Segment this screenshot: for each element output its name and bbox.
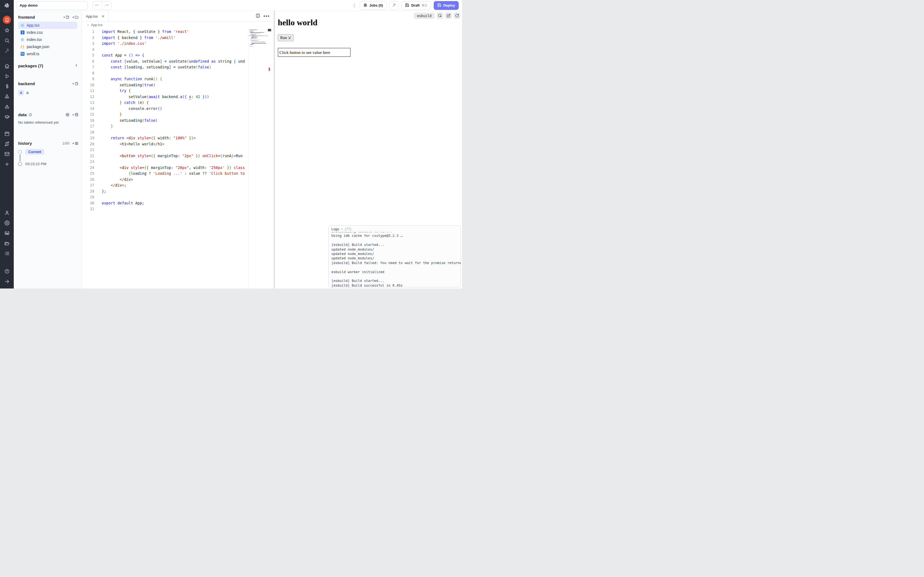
undo-redo-group bbox=[92, 1, 111, 10]
refresh-button[interactable] bbox=[454, 12, 460, 19]
editor-tab-actions: ••• bbox=[256, 13, 274, 19]
help-circle-icon[interactable] bbox=[4, 268, 10, 274]
boxes-icon[interactable] bbox=[4, 93, 10, 100]
bug-icon bbox=[363, 3, 367, 8]
braces-file-icon: {} bbox=[20, 45, 24, 49]
file-item-index.css[interactable]: 3index.css bbox=[18, 29, 77, 36]
code-line-1: 1import React, { useState } from 'react' bbox=[82, 29, 248, 35]
add-snapshot-button[interactable]: + bbox=[72, 141, 78, 145]
log-line bbox=[331, 265, 460, 269]
log-line: updated node_modules/ bbox=[331, 256, 460, 261]
data-settings-button[interactable] bbox=[66, 113, 69, 116]
undo-button[interactable] bbox=[93, 2, 102, 9]
top-bar: ⋮ Jobs (0) Draft ⌘S Deploy bbox=[14, 0, 462, 11]
history-current[interactable]: Current bbox=[25, 149, 44, 155]
logs-panel[interactable]: Logs (77) Initializing esbuild worker...… bbox=[328, 225, 461, 287]
close-tab-icon[interactable]: ✕ bbox=[102, 14, 105, 18]
history-timeline: Current 03:23:22 PM bbox=[18, 149, 78, 166]
preview-heading: hello world bbox=[278, 18, 462, 27]
log-line bbox=[331, 274, 460, 279]
logs-title[interactable]: Logs bbox=[331, 227, 339, 231]
list-icon[interactable] bbox=[4, 250, 10, 256]
file-item-wmill.ts[interactable]: TSwmill.ts bbox=[18, 50, 77, 57]
scrollbar-thumb[interactable] bbox=[268, 29, 271, 31]
code-line-25: 25 {loading ? 'Loading ...' : value ?? '… bbox=[82, 171, 248, 177]
settings-icon[interactable] bbox=[4, 220, 10, 226]
breadcrumb[interactable]: App.tsx bbox=[82, 22, 274, 28]
apps-icon[interactable] bbox=[3, 16, 11, 24]
code-line-28: 28}; bbox=[82, 189, 248, 195]
star-icon[interactable] bbox=[4, 27, 10, 33]
split-pane-icon[interactable] bbox=[256, 13, 260, 19]
search-icon[interactable] bbox=[4, 37, 10, 44]
calendar-icon[interactable] bbox=[4, 131, 10, 137]
windmill-logo-icon[interactable] bbox=[0, 0, 14, 11]
route-icon[interactable] bbox=[4, 141, 10, 147]
arrow-right-icon[interactable] bbox=[4, 278, 10, 284]
magic-wand-icon[interactable] bbox=[4, 48, 10, 53]
code-line-20: 20 <h1>hello world</h1> bbox=[82, 141, 248, 147]
code-line-24: 24 <div style={{ marginTop: "20px", widt… bbox=[82, 165, 248, 171]
log-line: updated node_modules/ bbox=[331, 247, 460, 252]
packages-row[interactable]: packages (7) bbox=[18, 63, 78, 68]
open-external-button[interactable] bbox=[445, 12, 452, 19]
file-item-index.tsx[interactable]: index.tsx bbox=[18, 36, 77, 43]
add-backend-script-button[interactable]: + bbox=[72, 82, 78, 86]
user-icon[interactable] bbox=[4, 210, 10, 216]
more-menu-icon[interactable]: ⋮ bbox=[352, 3, 356, 7]
add-table-button[interactable]: + bbox=[72, 113, 78, 117]
home-icon[interactable] bbox=[4, 63, 10, 69]
editor-more-icon[interactable]: ••• bbox=[263, 14, 270, 19]
code-line-13: 13 } catch (e) { bbox=[82, 100, 248, 106]
code-line-17: 17 } bbox=[82, 123, 248, 129]
file-item-package.json[interactable]: {}package.json bbox=[18, 43, 77, 50]
frontend-section-header: frontend + + bbox=[18, 15, 78, 19]
code-line-21: 21 bbox=[82, 147, 248, 153]
backend-title: backend bbox=[18, 81, 35, 86]
dollar-sign-icon[interactable] bbox=[4, 83, 10, 89]
ai-wand-button[interactable] bbox=[389, 1, 399, 10]
logs-output[interactable]: Initializing esbuild worker...Using idb … bbox=[331, 229, 460, 287]
code-line-5: 5const App = () => { bbox=[82, 53, 248, 58]
code-line-16: 16 setLoading(false) bbox=[82, 118, 248, 124]
code-line-10: 10 setLoading(true) bbox=[82, 82, 248, 88]
tab-app-tsx[interactable]: App.tsx ✕ bbox=[82, 11, 108, 21]
history-counter: 1/50 bbox=[62, 141, 69, 145]
code-line-29: 29 bbox=[82, 194, 248, 200]
code-line-22: 22 <button style={{ marginTop: "2px" }} … bbox=[82, 153, 248, 159]
history-timestamp[interactable]: 03:23:22 PM bbox=[25, 162, 47, 166]
monaco-editor[interactable]: 1import React, { useState } from 'react'… bbox=[82, 28, 274, 288]
code-line-12: 12 setValue(await backend.a({ x: 42 })) bbox=[82, 94, 248, 100]
minimap[interactable] bbox=[248, 29, 268, 288]
file-item-App.tsx[interactable]: App.tsx bbox=[18, 22, 77, 29]
file-label: index.tsx bbox=[27, 37, 42, 42]
inspect-element-button[interactable] bbox=[437, 12, 443, 19]
app-name-input[interactable] bbox=[16, 1, 88, 10]
add-file-button[interactable]: + bbox=[63, 15, 69, 19]
plus-icon[interactable] bbox=[4, 161, 10, 167]
redo-button[interactable] bbox=[102, 2, 111, 9]
graduation-cap-icon[interactable] bbox=[4, 114, 10, 120]
backend-item-a[interactable]: a a bbox=[18, 90, 78, 95]
code-line-4: 4 bbox=[82, 47, 248, 53]
draft-button[interactable]: Draft ⌘S bbox=[402, 1, 431, 10]
save-icon bbox=[405, 3, 409, 8]
pyramid-icon[interactable] bbox=[4, 103, 10, 110]
editor-scrollbar[interactable] bbox=[268, 29, 271, 288]
folder-icon[interactable] bbox=[4, 240, 10, 246]
code-line-31: 31 bbox=[82, 206, 248, 212]
log-line: [esbuild] Build successful in 0.45s bbox=[331, 283, 460, 287]
value-display-box: Click button to see value here bbox=[278, 48, 351, 57]
server-cog-icon[interactable] bbox=[4, 230, 10, 236]
esbuild-badge[interactable]: esbuild bbox=[414, 13, 435, 19]
ts-file-icon: TS bbox=[20, 52, 24, 56]
deploy-button[interactable]: Deploy bbox=[434, 1, 459, 10]
code-line-19: 19 return <div style={{ width: "100%" }}… bbox=[82, 135, 248, 141]
run-a-button[interactable]: Run 'a' bbox=[278, 34, 293, 41]
mail-icon[interactable] bbox=[4, 151, 10, 157]
add-folder-button[interactable]: + bbox=[72, 15, 78, 19]
jobs-button[interactable]: Jobs (0) bbox=[360, 1, 387, 10]
play-icon[interactable] bbox=[4, 73, 10, 79]
code-line-30: 30export default App; bbox=[82, 200, 248, 206]
code-line-2: 2import { backend } from './wmill' bbox=[82, 35, 248, 41]
